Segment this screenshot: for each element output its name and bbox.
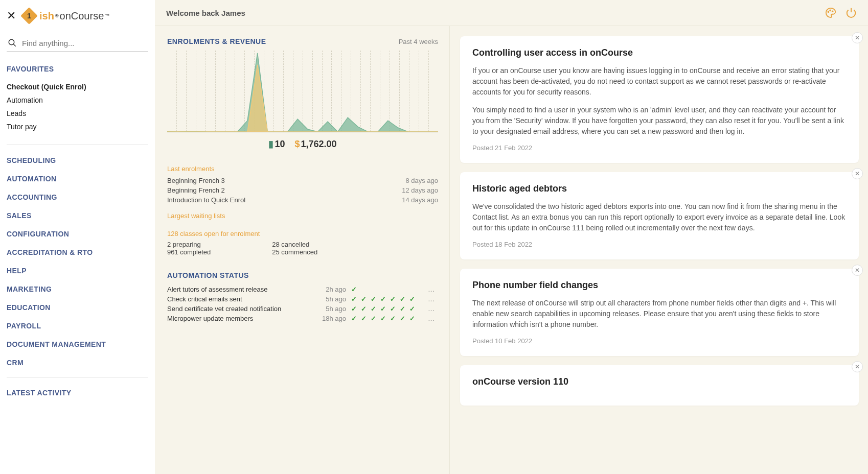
welcome-text: Welcome back James <box>166 9 245 17</box>
check-icon: ✓ <box>400 315 405 322</box>
check-icon: ✓ <box>409 315 415 322</box>
automation-row[interactable]: Check critical emails sent5h ago✓✓✓✓✓✓✓… <box>167 294 438 304</box>
check-icon: ✓ <box>390 315 396 322</box>
enrolments-period: Past 4 weeks <box>399 38 438 45</box>
nav-category[interactable]: MARKETING <box>7 285 148 293</box>
check-icon: ✓ <box>371 305 376 313</box>
enrolment-row[interactable]: Beginning French 38 days ago <box>167 176 438 185</box>
last-enrolments-link[interactable]: Last enrolments <box>167 165 438 173</box>
check-icon: ✓ <box>380 305 386 313</box>
automation-row[interactable]: Alert tutors of assessment release2h ago… <box>167 285 438 294</box>
check-icon: ✓ <box>409 305 415 313</box>
nav-category[interactable]: CONFIGURATION <box>7 230 148 238</box>
enrolments-chart <box>167 51 438 132</box>
dashboard-column: ENROLMENTS & REVENUE Past 4 weeks ▮10 $1… <box>155 26 450 474</box>
automation-row[interactable]: Send certificate vet created notificatio… <box>167 304 438 314</box>
theme-palette-icon[interactable] <box>825 7 836 18</box>
nav-category[interactable]: DOCUMENT MANAGEMENT <box>7 340 148 348</box>
enrolment-row[interactable]: Introduction to Quick Enrol14 days ago <box>167 195 438 205</box>
automation-title: AUTOMATION STATUS <box>167 271 249 279</box>
enrolments-widget: ENROLMENTS & REVENUE Past 4 weeks ▮10 $1… <box>167 37 438 150</box>
check-icon: ✓ <box>409 295 415 303</box>
topbar: Welcome back James <box>155 0 868 26</box>
enrolment-row[interactable]: Beginning French 212 days ago <box>167 185 438 195</box>
card-title: Phone number field changes <box>472 280 847 291</box>
nav-category[interactable]: AUTOMATION <box>7 175 148 183</box>
card-close-icon[interactable]: ✕ <box>852 265 863 276</box>
card-posted: Posted 21 Feb 2022 <box>472 144 847 152</box>
search-input[interactable] <box>22 39 147 48</box>
check-icon: ✓ <box>400 295 405 303</box>
card-paragraph: We've consolidated the two historic aged… <box>472 201 847 233</box>
favourite-item[interactable]: Automation <box>7 93 148 107</box>
check-icon: ✓ <box>371 295 376 303</box>
search-input-wrap[interactable] <box>7 35 148 52</box>
check-icon: ✓ <box>371 315 376 322</box>
news-card: ✕Historic aged debtorsWe've consolidated… <box>460 172 859 259</box>
card-title: Controlling user access in onCourse <box>472 48 847 58</box>
check-icon: ✓ <box>380 295 386 303</box>
card-paragraph: If you or an onCourse user you know are … <box>472 65 847 98</box>
class-stat: 28 cancelled <box>272 241 317 248</box>
enrolments-title: ENROLMENTS & REVENUE <box>167 37 266 45</box>
svg-line-1 <box>13 44 15 46</box>
favourites-heading: FAVOURITES <box>7 65 148 73</box>
nav-category[interactable]: EDUCATION <box>7 303 148 312</box>
card-posted: Posted 18 Feb 2022 <box>472 241 847 248</box>
nav-category[interactable]: SCHEDULING <box>7 156 148 164</box>
card-close-icon[interactable]: ✕ <box>852 361 863 372</box>
check-icon: ✓ <box>380 315 386 322</box>
nav-category[interactable]: PAYROLL <box>7 322 148 330</box>
logo-diamond-icon: 1 <box>20 7 38 25</box>
person-icon: ▮ <box>268 139 273 149</box>
card-title: Historic aged debtors <box>472 183 847 194</box>
card-close-icon[interactable]: ✕ <box>852 32 863 43</box>
more-icon[interactable]: … <box>428 315 438 322</box>
check-icon: ✓ <box>400 305 405 313</box>
check-icon: ✓ <box>351 315 357 322</box>
news-card: ✕Phone number field changesThe next rele… <box>460 269 859 356</box>
favourite-item[interactable]: Checkout (Quick Enrol) <box>7 80 148 93</box>
favourite-item[interactable]: Tutor pay <box>7 120 148 133</box>
nav-category[interactable]: SALES <box>7 211 148 220</box>
favourite-item[interactable]: Leads <box>7 107 148 120</box>
card-title: onCourse version 110 <box>472 376 847 387</box>
check-icon: ✓ <box>390 305 396 313</box>
card-paragraph: You simply need to find a user in your s… <box>472 105 847 137</box>
class-stat: 25 commenced <box>272 248 317 256</box>
check-icon: ✓ <box>361 295 367 303</box>
power-icon[interactable] <box>846 7 857 18</box>
more-icon[interactable]: … <box>428 305 438 313</box>
check-icon: ✓ <box>390 295 396 303</box>
svg-point-3 <box>830 10 831 11</box>
check-icon: ✓ <box>361 315 367 322</box>
sidebar: ✕ 1 ish®onCourse™ FAVOURITES Checkout (Q… <box>0 0 155 474</box>
nav-category[interactable]: HELP <box>7 267 148 275</box>
card-posted: Posted 10 Feb 2022 <box>472 337 847 345</box>
nav-category[interactable]: ACCREDITATION & RTO <box>7 248 148 256</box>
news-card: ✕Controlling user access in onCourseIf y… <box>460 36 859 163</box>
news-card: ✕onCourse version 110 <box>460 365 859 406</box>
svg-point-4 <box>832 11 833 12</box>
open-classes-link[interactable]: 128 classes open for enrolment <box>167 230 438 238</box>
waiting-lists-link[interactable]: Largest waiting lists <box>167 212 438 220</box>
more-icon[interactable]: … <box>428 295 438 303</box>
check-icon: ✓ <box>351 305 357 313</box>
svg-point-0 <box>9 39 14 44</box>
close-icon[interactable]: ✕ <box>7 9 16 22</box>
dollar-icon: $ <box>294 139 300 149</box>
class-stat: 961 completed <box>167 248 211 256</box>
nav-category[interactable]: ACCOUNTING <box>7 193 148 201</box>
class-stat: 2 preparing <box>167 241 211 248</box>
check-icon: ✓ <box>361 305 367 313</box>
app-logo: 1 ish®onCourse™ <box>23 10 109 22</box>
news-feed: ✕Controlling user access in onCourseIf y… <box>450 26 868 474</box>
enrolments-stats: ▮10 $1,762.00 <box>167 138 438 150</box>
check-icon: ✓ <box>351 295 357 303</box>
nav-category[interactable]: CRM <box>7 359 148 367</box>
card-close-icon[interactable]: ✕ <box>852 168 863 179</box>
latest-activity-heading: LATEST ACTIVITY <box>7 389 148 397</box>
search-icon <box>8 38 17 48</box>
automation-row[interactable]: Micropower update members18h ago✓✓✓✓✓✓✓… <box>167 314 438 323</box>
more-icon[interactable]: … <box>428 286 438 293</box>
